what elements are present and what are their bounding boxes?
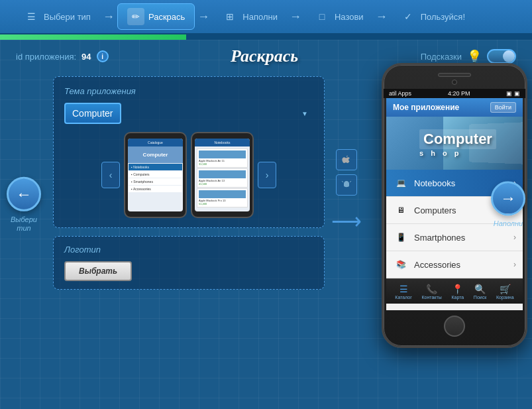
tab-cart[interactable]: 🛒 Корзина	[496, 284, 514, 300]
label-icon: □	[313, 8, 331, 25]
nav-step-use[interactable]: ✓ Пользуйся!	[390, 3, 474, 30]
os-icons	[336, 149, 357, 196]
accessories-icon: 📚	[393, 257, 409, 272]
theme-section: Тема приложения Computer Nature Tech Fas…	[53, 76, 325, 228]
phones-preview: ‹ Catalogue Computer ▪ Notebooks ▪ Compu…	[64, 132, 313, 218]
tab-map[interactable]: 📍 Карта	[451, 284, 464, 300]
side-arrow-right: → Наполни	[491, 181, 525, 228]
phone-menu-item-accessories[interactable]: 📚 Accessories ›	[386, 251, 523, 278]
nav-arrow-3: →	[290, 10, 301, 24]
accessories-arrow: ›	[513, 260, 516, 269]
nav-step-colorize[interactable]: ✏ Раскрась	[117, 3, 195, 30]
smartphones-icon: 📱	[393, 229, 409, 245]
nav-step-1-label: Выбери тип	[44, 12, 91, 22]
side-arrow-left: ← Выберитип	[7, 176, 41, 232]
notebooks-icon: 💻	[393, 175, 409, 191]
theme-dropdown[interactable]: Computer Nature Tech Fashion	[64, 103, 121, 124]
mini-phone-1: Catalogue Computer ▪ Notebooks ▪ Compute…	[124, 132, 187, 218]
contacts-label: Контакты	[421, 295, 441, 300]
cart-label: Корзина	[496, 295, 514, 300]
phones-next-btn[interactable]: ›	[258, 162, 276, 188]
logo-section: Логотип Выбрать	[53, 236, 325, 290]
mini-nb-item-2: Apple Macbook Air 1341,500	[197, 168, 248, 188]
tab-contacts[interactable]: 📞 Контакты	[421, 284, 441, 300]
search-label: Поиск	[474, 295, 486, 300]
phone-app-header: Мое приложение Войти	[386, 98, 523, 117]
nav-step-5-label: Пользуйся!	[421, 12, 465, 22]
contacts-icon: 📞	[426, 284, 437, 294]
next-label: Наполни	[494, 219, 523, 228]
prev-button[interactable]: ←	[7, 176, 41, 211]
svg-line-2	[342, 181, 343, 182]
logo-section-label: Логотип	[64, 245, 313, 255]
grid-icon: ⊞	[221, 8, 239, 25]
phone-status-bar: atil Apps 4:20 PM ▣ ▣	[384, 89, 525, 98]
phone-time: 4:20 PM	[448, 90, 470, 97]
app-id-section: id приложения: 94 i	[16, 50, 109, 62]
apple-icon[interactable]	[336, 149, 357, 170]
progress-bar-container	[0, 34, 532, 40]
nav-step-choose-type[interactable]: ☰ Выбери тип	[13, 3, 100, 30]
mini-nb-item-3: Apple Macbook Pro 1351,400	[197, 188, 248, 207]
map-label: Карта	[451, 295, 464, 300]
theme-dropdown-wrapper: Computer Nature Tech Fashion	[64, 103, 313, 124]
mini-list-item-notebooks: ▪ Notebooks	[129, 164, 182, 170]
mini-phone-2: Notebooks Apple Macbook Air 1131,500 App…	[191, 132, 254, 218]
mini-phone-1-list: ▪ Notebooks ▪ Computers ▪ Smartphones ▪ …	[128, 164, 183, 192]
app-id-value: 94	[81, 52, 91, 62]
hint-label: Подсказки	[421, 52, 462, 62]
svg-line-3	[350, 181, 351, 182]
page-title: Раскрась	[231, 46, 298, 66]
phone-camera	[452, 80, 457, 85]
paint-icon: ✏	[127, 8, 144, 25]
android-icon[interactable]	[336, 174, 357, 196]
nav-arrow-4: →	[376, 10, 388, 24]
tab-catalog[interactable]: ☰ Каталог	[395, 284, 411, 300]
phones-prev-btn[interactable]: ‹	[101, 162, 120, 188]
mini-nb-item-1: Apple Macbook Air 1131,500	[197, 148, 248, 168]
smartphones-label: Smartphones	[414, 233, 508, 243]
map-icon: 📍	[452, 284, 463, 294]
nav-step-3-label: Наполни	[242, 12, 278, 22]
nav-arrow-2: →	[197, 10, 209, 24]
search-icon: 🔍	[474, 284, 486, 294]
mini-phone-2-screen: Notebooks Apple Macbook Air 1131,500 App…	[195, 139, 250, 211]
info-icon[interactable]: i	[97, 50, 109, 62]
center-area: ⟶	[331, 76, 362, 234]
nav-arrow-1: →	[103, 10, 115, 24]
theme-select-row: Computer Nature Tech Fashion	[64, 103, 313, 124]
tab-search[interactable]: 🔍 Поиск	[474, 284, 486, 300]
hint-section: Подсказки 💡	[421, 49, 516, 64]
top-navigation: ☰ Выбери тип → ✏ Раскрась → ⊞ Наполни → …	[0, 0, 532, 34]
select-logo-button[interactable]: Выбрать	[64, 261, 132, 281]
mini-phone-1-header: Catalogue	[128, 139, 183, 146]
mini-phone-1-screen: Catalogue Computer ▪ Notebooks ▪ Compute…	[128, 139, 183, 211]
catalog-icon: ☰	[399, 284, 408, 294]
phone-speaker	[438, 73, 471, 77]
nav-step-name[interactable]: □ Назови	[304, 3, 373, 30]
nav-step-4-label: Назови	[335, 12, 364, 22]
phone-battery: ▣ ▣	[506, 90, 520, 97]
phone-home-button[interactable]	[444, 316, 465, 337]
phone-login-btn[interactable]: Войти	[490, 102, 516, 113]
phone-hero-subtitle: s h o p	[419, 149, 496, 157]
mini-list-item-smartphones: ▪ Smartphones	[129, 178, 182, 185]
hints-toggle[interactable]	[487, 49, 516, 64]
phone-bottom-bar: ☰ Каталог 📞 Контакты 📍 Карта 🔍 Поиск	[386, 278, 523, 304]
app-id-label: id приложения:	[16, 52, 76, 62]
phone-hero-title: Computer s h o p	[413, 129, 496, 157]
phone-network: atil Apps	[389, 90, 411, 97]
phone-menu-item-smartphones[interactable]: 📱 Smartphones ›	[386, 224, 523, 251]
mini-phone-1-hero: Computer	[128, 146, 183, 163]
bulb-icon: 💡	[467, 49, 482, 64]
center-forward-arrow: ⟶	[331, 209, 362, 234]
progress-bar-fill	[0, 34, 186, 40]
cart-icon: 🛒	[500, 284, 511, 294]
next-button[interactable]: →	[491, 181, 525, 215]
mini-phone-2-list: Apple Macbook Air 1131,500 Apple Macbook…	[195, 146, 250, 209]
toggle-knob	[503, 50, 515, 62]
phone-app-title: Мое приложение	[393, 103, 459, 112]
nav-step-fill[interactable]: ⊞ Наполни	[212, 3, 287, 30]
smartphones-arrow: ›	[513, 233, 516, 242]
theme-section-label: Тема приложения	[64, 86, 313, 96]
